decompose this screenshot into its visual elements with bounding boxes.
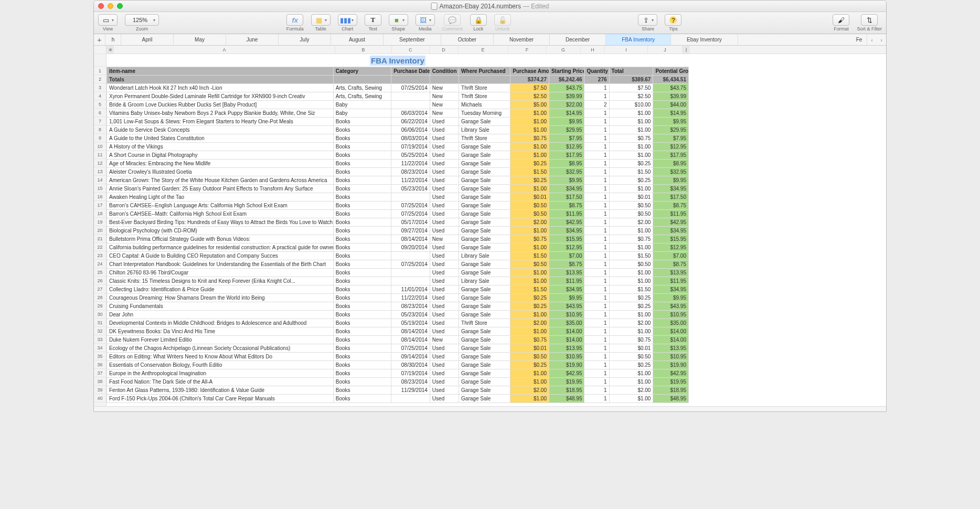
- row-number[interactable]: 30: [94, 310, 106, 319]
- table-row[interactable]: Chart Interpretation Handbook: Guideline…: [107, 260, 689, 269]
- table-row[interactable]: A History of the VikingsBooks07/19/2014U…: [107, 143, 689, 151]
- totals-row[interactable]: Totals$374.27$6,242.46276$389.67$6,434.5…: [107, 76, 689, 84]
- row-number[interactable]: 9: [94, 134, 106, 142]
- header-cell[interactable]: Category: [333, 67, 391, 76]
- row-number[interactable]: 29: [94, 302, 106, 310]
- row-number[interactable]: 31: [94, 319, 106, 327]
- sheet-title[interactable]: FBA Inventory: [106, 56, 425, 65]
- table-row[interactable]: Editors on Editing: What Writers Need to…: [107, 353, 689, 361]
- close-window-button[interactable]: [98, 3, 104, 9]
- row-number[interactable]: 6: [94, 109, 106, 117]
- tab-june[interactable]: June: [226, 34, 279, 45]
- row-number[interactable]: 33: [94, 335, 106, 344]
- row-number[interactable]: 18: [94, 209, 106, 218]
- header-cell[interactable]: Purchase Amount: [510, 67, 549, 76]
- column-header-H[interactable]: H: [581, 46, 605, 54]
- table-row[interactable]: CEO Capital: A Guide to Building CEO Rep…: [107, 252, 689, 260]
- tab-april[interactable]: April: [121, 34, 174, 45]
- header-cell[interactable]: Quantity: [584, 67, 609, 76]
- row-number[interactable]: 37: [94, 369, 106, 377]
- row-number[interactable]: 40: [94, 394, 106, 402]
- table-row[interactable]: Biological Psychology (with CD-ROM)Books…: [107, 227, 689, 235]
- tabs-next-button[interactable]: ›: [877, 34, 886, 45]
- column-header-E[interactable]: E: [458, 46, 508, 54]
- row-number[interactable]: 36: [94, 360, 106, 369]
- chart-button[interactable]: ▮▮▮▾: [338, 14, 357, 26]
- row-number[interactable]: 24: [94, 260, 106, 268]
- unlock-button[interactable]: 🔓: [494, 14, 511, 26]
- row-number[interactable]: 28: [94, 293, 106, 302]
- row-number[interactable]: 17: [94, 201, 106, 209]
- table-row[interactable]: Europe in the Anthropological Imaginatio…: [107, 369, 689, 378]
- comment-button[interactable]: 💬: [444, 14, 461, 26]
- table-row[interactable]: Fast Food Nation: The Dark Side of the A…: [107, 378, 689, 386]
- data-table[interactable]: item-nameCategoryPurchase DateConditionW…: [106, 67, 689, 403]
- table-row[interactable]: DK Eyewitness Books: Da Vinci And His Ti…: [107, 327, 689, 336]
- row-number[interactable]: 16: [94, 193, 106, 201]
- row-number[interactable]: 13: [94, 167, 106, 176]
- tab-may[interactable]: May: [174, 34, 226, 45]
- row-number[interactable]: 8: [94, 125, 106, 134]
- column-header-G[interactable]: G: [546, 46, 581, 54]
- row-number[interactable]: 23: [94, 251, 106, 260]
- formula-button[interactable]: fx: [286, 14, 303, 26]
- media-button[interactable]: 🖼▾: [416, 14, 435, 26]
- row-number[interactable]: 35: [94, 352, 106, 360]
- column-header-I[interactable]: I: [605, 46, 648, 54]
- header-cell[interactable]: Starting Price: [549, 67, 584, 76]
- tab-december[interactable]: December: [550, 34, 606, 45]
- tabs-prev-button[interactable]: ‹: [867, 34, 877, 45]
- row-number[interactable]: 25: [94, 268, 106, 277]
- row-number[interactable]: 7: [94, 117, 106, 125]
- header-cell[interactable]: Purchase Date: [391, 67, 430, 76]
- table-row[interactable]: Annie Sloan's Painted Garden: 25 Easy Ou…: [107, 185, 689, 193]
- tab-partial-left[interactable]: h: [105, 34, 121, 45]
- table-row[interactable]: Awaken Healing Light of the TaoBooksUsed…: [107, 193, 689, 202]
- row-number[interactable]: 1: [94, 67, 106, 75]
- tab-fba-inventory[interactable]: FBA Inventory: [606, 34, 671, 45]
- table-row[interactable]: Dear JohnBooks05/23/2014UsedGarage Sale$…: [107, 311, 689, 319]
- row-number[interactable]: 20: [94, 226, 106, 235]
- row-number[interactable]: 34: [94, 344, 106, 352]
- lock-button[interactable]: 🔒: [470, 14, 487, 26]
- minimize-window-button[interactable]: [108, 3, 113, 9]
- share-button[interactable]: ⇪▾: [638, 14, 657, 26]
- table-row[interactable]: Bride & Groom Love Duckies Rubber Ducks …: [107, 101, 689, 109]
- table-row[interactable]: 1,001 Low-Fat Soups & Stews: From Elegan…: [107, 118, 689, 126]
- table-row[interactable]: Wonderart Latch Hook Kit 27 Inch x40 Inc…: [107, 84, 689, 92]
- table-handle-left[interactable]: ◉: [106, 46, 114, 54]
- table-row[interactable]: Fenton Art Glass Patterns, 1939-1980: Id…: [107, 386, 689, 395]
- table-row[interactable]: A Short Course in Digital PhotographyBoo…: [107, 151, 689, 160]
- table-row[interactable]: Age of Miracles: Embracing the New Midli…: [107, 160, 689, 168]
- column-header-B[interactable]: B: [335, 46, 392, 54]
- table-row[interactable]: American Grown: The Story of the White H…: [107, 176, 689, 185]
- row-number[interactable]: 32: [94, 327, 106, 335]
- table-button[interactable]: ▦▾: [311, 14, 331, 26]
- tips-button[interactable]: ?: [665, 14, 681, 26]
- table-row[interactable]: Aleister Crowley's Illustrated GoetiaBoo…: [107, 168, 689, 176]
- table-row[interactable]: Collecting Lladro: Identification & Pric…: [107, 285, 689, 294]
- format-button[interactable]: 🖌: [833, 14, 849, 26]
- row-number[interactable]: 3: [94, 83, 106, 92]
- tab-july[interactable]: July: [279, 34, 331, 45]
- row-number[interactable]: 19: [94, 218, 106, 226]
- row-number[interactable]: 39: [94, 386, 106, 394]
- row-number[interactable]: 21: [94, 235, 106, 243]
- row-number[interactable]: 2: [94, 75, 106, 83]
- table-row[interactable]: Classic Knits: 15 Timeless Designs to Kn…: [107, 277, 689, 285]
- tab-october[interactable]: October: [441, 34, 494, 45]
- add-sheet-button[interactable]: +: [94, 34, 105, 45]
- tab-ebay-inventory[interactable]: Ebay Inventory: [671, 34, 738, 45]
- table-row[interactable]: Essentials of Conservation Biology, Four…: [107, 361, 689, 369]
- column-header-J[interactable]: J: [648, 46, 683, 54]
- tab-august[interactable]: August: [331, 34, 384, 45]
- row-number[interactable]: 15: [94, 184, 106, 193]
- table-row[interactable]: Vitamins Baby Unisex-baby Newborn Boys 2…: [107, 109, 689, 118]
- table-row[interactable]: Duke Nukem Forever Limited EditioBooks08…: [107, 336, 689, 344]
- zoom-window-button[interactable]: [117, 3, 123, 9]
- view-button[interactable]: ▭▾: [98, 14, 118, 26]
- row-number[interactable]: 10: [94, 142, 106, 151]
- row-number[interactable]: 5: [94, 100, 106, 109]
- table-row[interactable]: Ecology of the Chagos Archipelago (Linne…: [107, 344, 689, 353]
- table-row[interactable]: Bulletstorm Prima Official Strategy Guid…: [107, 235, 689, 243]
